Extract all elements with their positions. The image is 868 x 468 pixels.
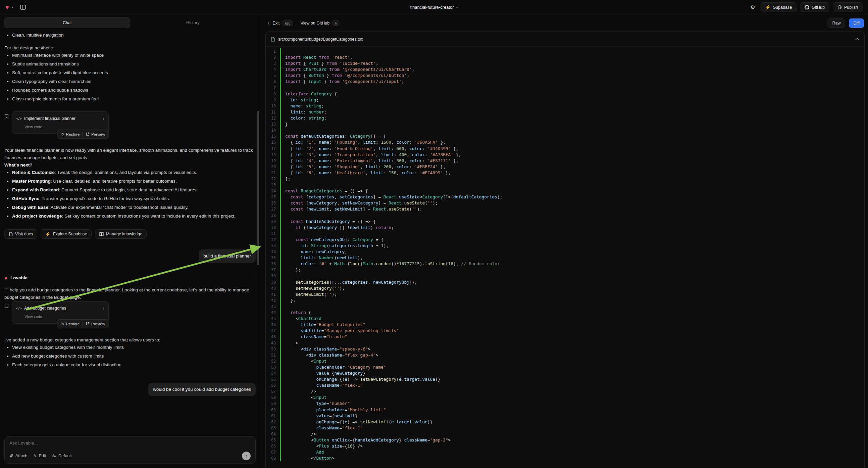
- publish-button[interactable]: Publish: [833, 2, 863, 12]
- line-number: 58: [266, 394, 280, 401]
- code-edit-card[interactable]: </> Add budget categories › View code ↻ …: [12, 301, 109, 324]
- tab-chat[interactable]: Chat: [4, 18, 130, 28]
- manage-knowledge-button[interactable]: Manage knowledge: [95, 229, 147, 239]
- line-number: 62: [266, 419, 280, 425]
- code-icon: </>: [16, 304, 22, 312]
- code-line: 32 const newCategoryObj: Category = {: [266, 237, 864, 243]
- line-number: 38: [266, 273, 280, 279]
- code-line: 27 const [newLimit, setNewLimit] = React…: [266, 206, 864, 212]
- preview-label: Preview: [91, 322, 105, 326]
- code-line: 52 <Input: [266, 358, 864, 364]
- line-number: 33: [266, 243, 280, 249]
- file-icon: [271, 37, 275, 41]
- line-number: 18: [266, 152, 280, 158]
- bookmark-icon[interactable]: [4, 303, 9, 309]
- code-line: 38: [266, 273, 864, 279]
- chat-message-list[interactable]: Clean, intuitive navigation For the desi…: [0, 28, 260, 432]
- chat-tabs: Chat History: [4, 18, 256, 28]
- line-number: 19: [266, 158, 280, 164]
- edit-button[interactable]: ✎ Edit: [33, 454, 46, 458]
- preview-button[interactable]: Preview: [83, 130, 108, 138]
- code-line: 1: [266, 48, 864, 54]
- main-area: Chat History Clean, intuitive navigation…: [0, 15, 868, 468]
- lovable-logo-icon[interactable]: ♥: [5, 4, 9, 10]
- code-line: 64 />: [266, 431, 864, 437]
- project-switcher[interactable]: financial-future-creator ▾: [410, 5, 458, 10]
- code-line: 24const BudgetCategories = () => {: [266, 188, 864, 194]
- card-title-row: </> Implement financial planner ›: [16, 115, 104, 122]
- file-card-header[interactable]: src/components/budget/BudgetCategories.t…: [266, 32, 864, 47]
- project-name: financial-future-creator: [410, 5, 454, 10]
- code-line: 33 id: String(categories.length + 1),: [266, 243, 864, 249]
- explore-supabase-label: Explore Supabase: [53, 232, 87, 236]
- code-line: 9 id: string;: [266, 97, 864, 103]
- code-line: 3import { Plus } from 'lucide-react';: [266, 60, 864, 66]
- sidebar-toggle-icon[interactable]: [20, 5, 26, 10]
- line-number: 12: [266, 115, 280, 121]
- chat-input[interactable]: Ask Lovable...: [9, 440, 251, 445]
- chevron-left-icon[interactable]: ‹: [268, 21, 270, 26]
- edit-label: Edit: [39, 454, 46, 458]
- chevron-right-icon: ›: [103, 115, 104, 122]
- code-line: 66 <Plus size={16} />: [266, 443, 864, 449]
- next-steps-list: Refine & Customize: Tweak the design, an…: [4, 169, 256, 220]
- code-line: 58 <Input: [266, 394, 864, 401]
- preview-button[interactable]: Preview: [83, 320, 108, 328]
- esc-badge: esc: [282, 21, 292, 26]
- chevron-up-icon[interactable]: [855, 38, 859, 40]
- code-line: 29 const handleAddCategory = () => {: [266, 218, 864, 225]
- code-panel: ‹ Exit esc View on GitHub 6 Raw Diff src…: [260, 15, 868, 468]
- code-edit-card[interactable]: </> Implement financial planner › View c…: [12, 112, 109, 134]
- manage-knowledge-label: Manage knowledge: [106, 232, 142, 236]
- line-number: 15: [266, 133, 280, 139]
- code-line: 51 <div className="flex gap-4">: [266, 352, 864, 358]
- visit-docs-button[interactable]: Visit docs: [4, 229, 37, 239]
- visit-docs-label: Visit docs: [15, 232, 33, 236]
- chat-scrollbar[interactable]: [257, 111, 259, 265]
- restore-button[interactable]: ↻ Restore: [58, 320, 83, 328]
- bookmark-icon[interactable]: [4, 114, 9, 119]
- line-number: 31: [266, 231, 280, 237]
- code-edit-card-row: </> Add budget categories › View code ↻ …: [4, 301, 256, 324]
- line-number: 27: [266, 206, 280, 212]
- send-button[interactable]: ↑: [242, 451, 251, 460]
- tab-history[interactable]: History: [130, 18, 256, 28]
- topbar-right: ⚙ ⚡ Supabase GitHub Publish: [750, 2, 863, 12]
- code-line: 63 className="flex-1": [266, 425, 864, 431]
- diff-button[interactable]: Diff: [849, 19, 864, 28]
- design-bullet-list: Minimalist interface with plenty of whit…: [4, 52, 256, 103]
- raw-button[interactable]: Raw: [828, 19, 845, 28]
- view-on-github-link[interactable]: View on GitHub: [301, 21, 330, 26]
- attach-button[interactable]: Attach: [9, 454, 27, 458]
- code-line: 39 setCategories([...categories, newCate…: [266, 279, 864, 285]
- card-title: Implement financial planner: [24, 115, 100, 122]
- code-line: 43: [266, 303, 864, 310]
- globe-icon: [837, 5, 842, 9]
- chevron-right-icon: ›: [103, 304, 104, 312]
- explore-supabase-button[interactable]: ⚡ Explore Supabase: [40, 229, 91, 239]
- code-line: 8interface Category {: [266, 91, 864, 97]
- line-number: 53: [266, 364, 280, 370]
- supabase-button[interactable]: ⚡ Supabase: [761, 2, 797, 12]
- exit-button[interactable]: Exit: [273, 21, 279, 26]
- default-mode-button[interactable]: Default: [52, 454, 72, 458]
- github-button[interactable]: GitHub: [800, 2, 829, 12]
- bullet-item: Add new budget categories with custom li…: [12, 352, 256, 360]
- code-editor[interactable]: 1 2import React from 'react';3import { P…: [266, 47, 864, 468]
- code-line: 16 { id: '1', name: 'Housing', limit: 15…: [266, 139, 864, 145]
- assistant-message: I've added a new budget categories manag…: [4, 337, 256, 344]
- bullet-item: Master Prompting: Use clear, detailed, a…: [12, 178, 256, 185]
- code-line: 68 </Button>: [266, 455, 864, 461]
- assistant-message: I'll help you add budget categories to t…: [4, 286, 256, 301]
- line-number: 13: [266, 121, 280, 127]
- settings-button[interactable]: ⚙: [750, 5, 755, 10]
- code-line: 6import { Input } from '@/components/ui/…: [266, 79, 864, 85]
- logo-chevron-down-icon[interactable]: ▾: [12, 6, 13, 9]
- composer[interactable]: Ask Lovable... Attach ✎ Edit: [4, 436, 256, 464]
- supabase-bolt-icon: ⚡: [765, 5, 771, 9]
- code-line: 15const defaultCategories: Category[] = …: [266, 133, 864, 139]
- message-menu-icon[interactable]: ⋯: [250, 274, 256, 282]
- restore-button[interactable]: ↻ Restore: [58, 130, 83, 138]
- line-number: 49: [266, 340, 280, 346]
- code-line: 18 { id: '3', name: 'Transportation', li…: [266, 152, 864, 158]
